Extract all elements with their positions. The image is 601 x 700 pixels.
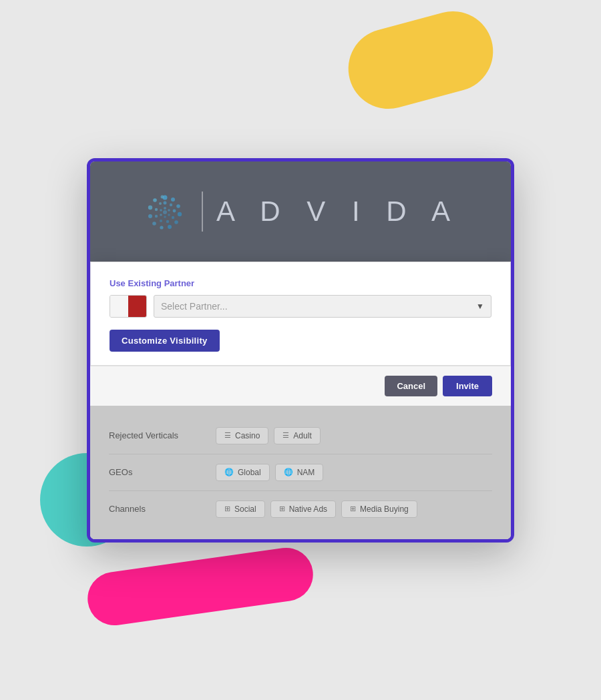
advida-logo-icon: [142, 188, 188, 235]
chevron-down-icon: ▼: [476, 302, 484, 311]
partner-select-dropdown[interactable]: Select Partner... ▼: [154, 295, 491, 318]
tag-label: Media Buying: [360, 504, 409, 514]
svg-point-20: [159, 202, 162, 205]
modal-box: Use Existing Partner Select Partner... ▼…: [90, 262, 511, 366]
toggle-switch[interactable]: [110, 295, 147, 318]
svg-point-7: [152, 222, 156, 226]
svg-point-24: [164, 216, 166, 218]
card-body: Use Existing Partner Select Partner... ▼…: [90, 262, 511, 539]
svg-point-17: [160, 220, 162, 222]
bg-yellow-shape: [339, 3, 502, 118]
modal-footer: Cancel Invite: [90, 366, 511, 406]
rejected-verticals-label: Rejected Verticals: [109, 430, 216, 440]
geos-row: GEOs 🌐 Global 🌐 NAM: [109, 454, 492, 491]
tag-icon: ☰: [282, 431, 289, 440]
main-card: A D V I D A Use Existing Partner Select …: [87, 158, 514, 543]
svg-point-6: [160, 226, 163, 229]
svg-point-22: [168, 209, 170, 212]
cancel-button[interactable]: Cancel: [385, 376, 437, 396]
svg-point-14: [173, 209, 176, 212]
bg-pink-shape: [84, 545, 317, 629]
channel-icon: ⊞: [350, 504, 356, 513]
svg-point-4: [174, 220, 178, 224]
svg-point-19: [155, 208, 158, 210]
svg-point-25: [160, 214, 162, 216]
rejected-verticals-tags: ☰ Casino ☰ Adult: [216, 427, 321, 444]
svg-point-10: [153, 198, 157, 202]
tag-social: ⊞ Social: [216, 500, 265, 518]
partner-select-text: Select Partner...: [161, 301, 228, 312]
svg-point-9: [148, 205, 152, 209]
toggle-right: [128, 296, 146, 317]
svg-point-11: [160, 195, 164, 198]
svg-point-3: [178, 212, 182, 216]
svg-point-16: [166, 220, 169, 222]
tag-label: NAM: [297, 468, 315, 477]
geos-label: GEOs: [109, 467, 216, 477]
tag-label: Social: [234, 504, 256, 514]
invite-button[interactable]: Invite: [443, 376, 492, 396]
svg-point-26: [160, 209, 162, 212]
tag-media-buying: ⊞ Media Buying: [341, 500, 417, 518]
toggle-left: [110, 296, 128, 317]
use-existing-label: Use Existing Partner: [110, 278, 491, 288]
tag-label: Global: [238, 468, 261, 477]
geos-tags: 🌐 Global 🌐 NAM: [216, 464, 323, 481]
channels-label: Channels: [109, 504, 216, 514]
svg-point-12: [163, 201, 166, 204]
svg-point-2: [176, 204, 180, 208]
svg-point-18: [155, 214, 158, 217]
svg-point-15: [172, 216, 174, 218]
svg-point-8: [148, 214, 152, 218]
tag-label: Casino: [235, 431, 260, 440]
tag-label: Native Ads: [289, 504, 327, 514]
svg-point-5: [168, 225, 172, 229]
logo-divider: [202, 192, 203, 232]
tag-adult: ☰ Adult: [274, 427, 320, 444]
globe-icon: 🌐: [224, 468, 234, 476]
info-section: Rejected Verticals ☰ Casino ☰ Adult GEOs: [90, 406, 511, 539]
tag-casino: ☰ Casino: [216, 427, 268, 444]
globe-icon: 🌐: [284, 468, 293, 476]
svg-point-27: [163, 210, 167, 214]
channel-icon: ⊞: [224, 504, 230, 513]
channel-icon: ⊞: [279, 504, 285, 513]
svg-point-1: [171, 198, 175, 202]
card-header: A D V I D A: [90, 161, 511, 262]
tag-icon: ☰: [224, 431, 231, 440]
channels-row: Channels ⊞ Social ⊞ Native Ads ⊞ Media B…: [109, 491, 492, 527]
logo-text: A D V I D A: [216, 196, 459, 228]
svg-point-21: [164, 207, 166, 210]
svg-point-13: [170, 203, 172, 206]
svg-point-23: [168, 214, 170, 216]
partner-row: Select Partner... ▼: [110, 295, 491, 318]
tag-native-ads: ⊞ Native Ads: [270, 500, 336, 518]
tag-label: Adult: [293, 431, 311, 440]
customize-visibility-button[interactable]: Customize Visibility: [110, 330, 220, 352]
tag-global: 🌐 Global: [216, 464, 270, 481]
channels-tags: ⊞ Social ⊞ Native Ads ⊞ Media Buying: [216, 500, 417, 518]
tag-nam: 🌐 NAM: [275, 464, 324, 481]
rejected-verticals-row: Rejected Verticals ☰ Casino ☰ Adult: [109, 418, 492, 454]
